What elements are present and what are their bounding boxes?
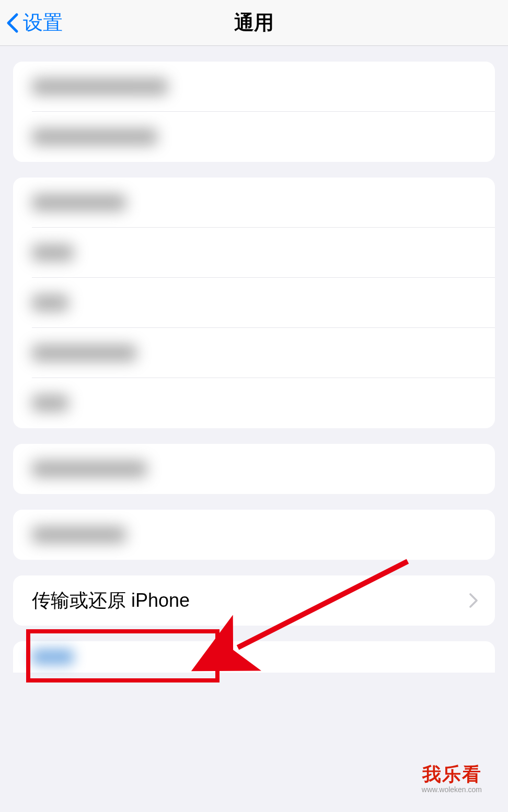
settings-row[interactable] [13,444,495,494]
blurred-label [32,295,68,311]
settings-row[interactable] [13,328,495,378]
page-title: 通用 [234,9,274,36]
watermark: 我乐看 www.woleken.com [422,762,482,794]
settings-row[interactable] [13,62,495,112]
settings-row[interactable] [13,278,495,328]
settings-row[interactable] [13,112,495,162]
settings-group-3 [13,444,495,494]
blurred-label [32,461,147,477]
watermark-text: 我乐看 [422,762,482,787]
blurred-label [32,345,136,361]
partial-group [13,641,495,673]
chevron-left-icon [6,13,19,33]
blurred-label [32,244,74,261]
blurred-label [32,395,68,411]
settings-row[interactable] [13,228,495,278]
blurred-label [32,128,157,145]
transfer-reset-group: 传输或还原 iPhone [13,575,495,626]
navigation-bar: 设置 通用 [0,0,508,46]
chevron-right-icon [469,593,478,608]
settings-group-1 [13,62,495,162]
back-button[interactable]: 设置 [0,9,63,36]
watermark-url: www.woleken.com [422,785,482,794]
settings-group-2 [13,178,495,428]
settings-row[interactable] [13,378,495,428]
blurred-label [32,526,126,543]
transfer-reset-label: 传输或还原 iPhone [32,588,190,614]
back-label: 设置 [23,9,63,36]
settings-row[interactable] [13,510,495,560]
transfer-reset-row[interactable]: 传输或还原 iPhone [13,575,495,626]
blurred-blue-label [32,649,74,665]
settings-group-4 [13,510,495,560]
blurred-label [32,194,126,211]
content-area: 传输或还原 iPhone [0,62,508,673]
blurred-label [32,78,168,95]
settings-row[interactable] [13,178,495,228]
